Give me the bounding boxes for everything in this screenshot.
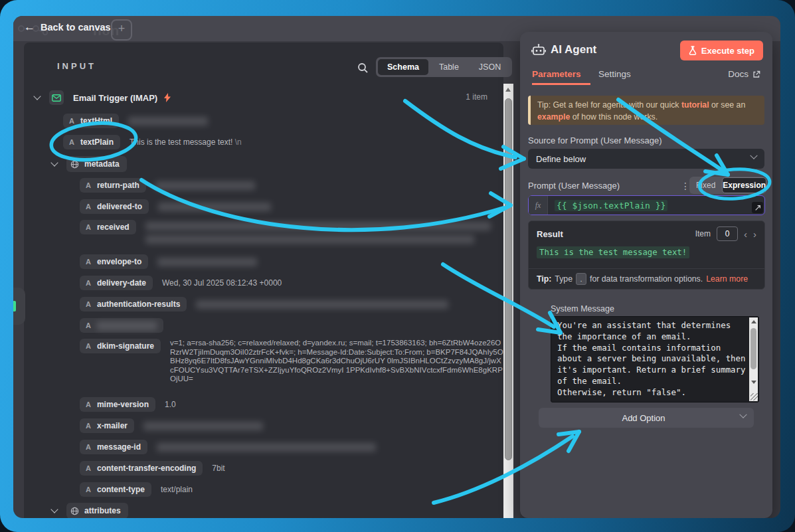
search-icon[interactable] [357, 62, 369, 76]
scrollbar-thumb[interactable] [505, 98, 512, 460]
system-message-label: System Message [551, 304, 614, 313]
field-value: 1.0 [165, 400, 176, 409]
field-pill[interactable]: A textHtml [63, 114, 119, 128]
system-message-text: You're an assistant that determines the … [557, 320, 747, 399]
field-value: 7bit [212, 464, 224, 473]
toggle-fixed[interactable]: Fixed [689, 181, 721, 190]
chevron-down-icon[interactable] [50, 505, 58, 513]
trigger-bolt-icon [164, 93, 171, 102]
input-panel-title: INPUT [57, 61, 96, 71]
string-type-icon: A [86, 422, 91, 430]
kebab-menu-icon[interactable]: ⋮ [681, 181, 690, 191]
add-node-button[interactable]: + [111, 19, 132, 41]
marketing-frame: n8n ← Back to canvas + INPUT Schema Tabl… [0, 0, 795, 532]
expression-code[interactable]: {{ $json.textPlain }} [548, 196, 674, 215]
learn-more-link[interactable]: Learn more [706, 274, 748, 284]
chevron-down-icon[interactable] [50, 159, 58, 166]
tree-row-root[interactable]: Email Trigger (IMAP) [35, 90, 171, 106]
string-type-icon: A [86, 223, 91, 231]
field-key: mime-version [97, 400, 149, 409]
field-pill[interactable]: Ax-mailer [80, 418, 134, 433]
string-type-icon: A [69, 117, 74, 125]
string-type-icon: A [86, 181, 91, 189]
textarea-scrollbar[interactable] [749, 317, 758, 401]
field-pill[interactable]: Aauthentication-results [80, 297, 187, 311]
group-pill[interactable]: metadata [66, 156, 127, 172]
add-option-label: Add Option [547, 413, 741, 423]
field-value: v=1; a=rsa-sha256; c=relaxed/relaxed; d=… [170, 339, 503, 384]
next-item-icon[interactable]: › [753, 228, 756, 240]
result-header: Result Item 0 ‹ › [529, 221, 764, 241]
string-type-icon: A [86, 400, 91, 408]
tab-json[interactable]: JSON [470, 59, 510, 75]
field-key: return-path [97, 181, 139, 190]
back-to-canvas-button[interactable]: ← Back to canvas [24, 21, 111, 33]
tree-row-dkim-signature: Adkim-signature v=1; a=rsa-sha256; c=rel… [80, 339, 503, 355]
tree-row-metadata: metadata [52, 156, 127, 172]
object-type-icon [70, 160, 79, 169]
example-link[interactable]: example [537, 112, 570, 122]
field-key: content-type [97, 485, 145, 494]
object-type-icon [70, 507, 79, 515]
field-pill[interactable]: A textPlain [63, 135, 120, 149]
group-key: metadata [84, 159, 120, 169]
tab-schema[interactable]: Schema [378, 59, 428, 75]
source-for-prompt-select[interactable]: Define below [528, 149, 764, 169]
system-message-textarea[interactable]: You're an assistant that determines the … [551, 316, 759, 402]
collapsed-node-stub[interactable] [13, 288, 25, 325]
field-pill[interactable]: Adkim-signature [80, 339, 161, 353]
docs-label: Docs [728, 69, 749, 79]
add-option-button[interactable]: Add Option [539, 408, 754, 428]
docs-link[interactable]: Docs [728, 69, 760, 79]
input-panel: INPUT Schema Table JSON 1 item Email Tri… [24, 43, 503, 518]
expand-expression-icon[interactable] [752, 202, 763, 213]
tab-settings[interactable]: Settings [598, 69, 631, 79]
tree-row-return-path: Areturn-path [80, 177, 255, 193]
string-type-icon: A [86, 300, 91, 308]
field-pill[interactable]: Adelivery-date [80, 276, 153, 290]
email-trigger-node-icon [49, 90, 64, 105]
result-value: This is the test message text! [537, 246, 689, 258]
flask-icon [689, 46, 697, 55]
expression-tip-bar: Tip:Type . for data transformation optio… [529, 268, 764, 289]
vertical-scrollbar[interactable] [503, 84, 513, 518]
field-pill[interactable]: Acontent-type [80, 482, 151, 497]
tree-row-content-type: Acontent-type text/plain [80, 482, 193, 497]
redacted-value [158, 203, 271, 211]
field-pill[interactable]: A [80, 318, 163, 333]
prev-item-icon[interactable]: ‹ [744, 228, 747, 240]
item-index-box[interactable]: 0 [717, 226, 738, 241]
dot-keycap: . [576, 273, 586, 285]
group-pill[interactable]: attributes [66, 503, 128, 518]
prompt-expression-input[interactable]: fx {{ $json.textPlain }} [528, 195, 765, 215]
execute-step-label: Execute step [701, 46, 754, 56]
tree-row-authentication-results: Aauthentication-results [80, 296, 448, 312]
scroll-up-arrow-icon[interactable] [505, 88, 511, 92]
tutorial-link[interactable]: tutorial [681, 100, 709, 110]
scroll-down-arrow-icon[interactable] [751, 381, 756, 384]
chevron-down-icon[interactable] [33, 92, 41, 100]
result-label: Result [537, 229, 563, 239]
tab-parameters[interactable]: Parameters [532, 69, 581, 79]
field-key: textHtml [80, 116, 112, 126]
scrollbar-thumb[interactable] [751, 328, 756, 369]
resize-handle[interactable] [751, 393, 758, 400]
field-pill[interactable]: Acontent-transfer-encoding [80, 461, 203, 476]
newline-token: \n [235, 137, 242, 147]
toggle-expression[interactable]: Expression [722, 177, 766, 193]
execute-step-button[interactable]: Execute step [680, 41, 763, 60]
tab-table[interactable]: Table [430, 59, 468, 75]
field-pill[interactable]: Amime-version [80, 397, 155, 412]
field-pill[interactable]: Areturn-path [80, 178, 146, 193]
scroll-up-arrow-icon[interactable] [751, 320, 756, 323]
field-pill[interactable]: Amessage-id [80, 440, 147, 454]
tree-row-envelope-to: Aenvelope-to [80, 254, 257, 270]
tree-row-content-transfer-encoding: Acontent-transfer-encoding 7bit [80, 460, 225, 476]
field-pill[interactable]: Aenvelope-to [80, 254, 148, 269]
tree-row-message-id: Amessage-id [80, 439, 376, 455]
field-pill[interactable]: Adelivered-to [80, 199, 149, 214]
field-value: Wed, 30 Jul 2025 08:12:43 +0000 [162, 278, 282, 288]
redacted-value-block [145, 222, 491, 244]
redacted-value [157, 443, 376, 452]
field-pill[interactable]: Areceived [80, 220, 136, 234]
